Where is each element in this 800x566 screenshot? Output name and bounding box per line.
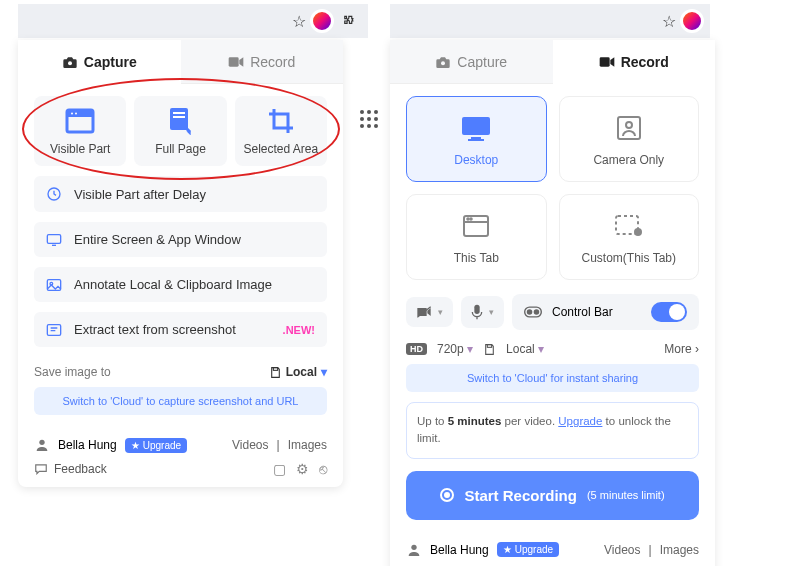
toggle-switch[interactable] [651,302,687,322]
ocr-icon [46,323,64,337]
monitor-icon [46,233,64,247]
tabs-right: Capture Record [390,40,715,84]
clock-icon [46,186,64,202]
row-annotate[interactable]: Annotate Local & Clipboard Image [34,267,327,302]
tab-record[interactable]: Record [181,40,344,84]
row-extract-text[interactable]: Extract text from screenshot .NEW! [34,312,327,347]
card-label: Camera Only [593,153,664,167]
record-popup: Capture Record Desktop Camera Only [390,40,715,566]
svg-point-22 [626,122,632,128]
svg-point-35 [411,544,416,549]
control-bar-label: Control Bar [552,305,613,319]
svg-rect-20 [468,139,484,141]
svg-rect-18 [462,117,490,135]
extension-icon[interactable] [310,9,334,33]
upgrade-badge[interactable]: ★ Upgrade [497,542,559,557]
tab-record[interactable]: Record [553,40,716,84]
row-entire-screen[interactable]: Entire Screen & App Window [34,222,327,257]
crop-icon [241,106,321,136]
svg-point-33 [534,309,540,315]
feedback-link[interactable]: Feedback [54,462,107,476]
mic-toggle[interactable] [461,296,504,328]
link-images[interactable]: Images [660,543,699,557]
start-recording-button[interactable]: Start Recording (5 minutes limit) [406,471,699,520]
tab-capture[interactable]: Capture [18,40,181,84]
svg-rect-11 [47,279,60,290]
user-bar: Bella Hung ★ Upgrade Videos | Images [390,532,715,562]
tab-capture-label: Capture [457,54,507,70]
monitor-icon [415,111,538,145]
svg-point-32 [527,309,533,315]
link-videos[interactable]: Videos [232,438,268,452]
username[interactable]: Bella Hung [58,438,117,452]
puzzle-icon[interactable] [338,9,362,33]
tabs-left: Capture Record [18,40,343,84]
meta-row: HD 720p ▾ Local ▾ More › [406,342,699,356]
save-to-row: Save image to Local ▾ [34,365,327,379]
row-visible-delay[interactable]: Visible Part after Delay [34,176,327,212]
card-selected-area[interactable]: Selected Area [235,96,327,166]
user-bar: Bella Hung ★ Upgrade Videos | Images [18,427,343,457]
storage-selector[interactable]: Local ▾ [506,342,544,356]
cloud-banner[interactable]: Switch to 'Cloud' to capture screenshot … [34,387,327,415]
card-custom-tab[interactable]: Custom(This Tab) [559,194,700,280]
svg-rect-14 [273,367,277,370]
logout-icon[interactable]: ⎋ [319,461,327,477]
card-label: This Tab [454,251,499,265]
card-this-tab[interactable]: This Tab [406,194,547,280]
record-dot-icon [440,488,454,502]
upgrade-badge[interactable]: ★ Upgrade [125,438,187,453]
svg-point-26 [470,218,472,220]
chat-icon [34,463,48,475]
address-bar-left: ☆ [18,4,368,38]
card-label: Selected Area [243,142,318,156]
window-icon [40,106,120,136]
feedback-bar: Feedback ▢ ⚙ ⎋ [18,457,343,487]
svg-rect-10 [47,234,60,243]
more-link[interactable]: More › [664,342,699,356]
start-limit: (5 minutes limit) [587,489,665,501]
svg-point-0 [68,61,72,65]
cloud-banner[interactable]: Switch to 'Cloud' for instant sharing [406,364,699,392]
card-label: Full Page [155,142,206,156]
extension-icon[interactable] [680,9,704,33]
apps-grid-icon[interactable] [360,110,382,132]
custom-selection-icon [568,209,691,243]
svg-point-5 [75,113,77,115]
avatar-icon[interactable] [406,542,422,558]
card-desktop[interactable]: Desktop [406,96,547,182]
card-full-page[interactable]: Full Page [134,96,226,166]
user-square-icon [568,111,691,145]
star-icon[interactable]: ☆ [292,12,306,31]
svg-rect-1 [229,57,239,66]
row-label: Visible Part after Delay [74,187,206,202]
link-videos[interactable]: Videos [604,543,640,557]
tab-capture-label: Capture [84,54,137,70]
svg-rect-19 [471,137,481,139]
avatar-icon[interactable] [34,437,50,453]
card-visible-part[interactable]: Visible Part [34,96,126,166]
svg-rect-17 [599,57,609,66]
address-bar-right: ☆ [390,4,710,38]
row-label: Extract text from screenshot [74,322,236,337]
page-icon [140,106,220,136]
svg-rect-7 [173,112,185,114]
save-to-label: Save image to [34,365,111,379]
username[interactable]: Bella Hung [430,543,489,557]
video-folder-icon[interactable]: ▢ [273,461,286,477]
settings-icon[interactable]: ⚙ [296,461,309,477]
svg-point-16 [441,61,445,65]
image-icon [46,278,64,292]
upgrade-link[interactable]: Upgrade [558,415,602,427]
tab-record-label: Record [621,54,669,70]
control-bar-toggle[interactable]: Control Bar [512,294,699,330]
card-camera-only[interactable]: Camera Only [559,96,700,182]
svg-point-25 [467,218,469,220]
save-to-selector[interactable]: Local ▾ [269,365,327,379]
tab-capture[interactable]: Capture [390,40,553,84]
camera-toggle[interactable] [406,297,453,327]
quality-selector[interactable]: 720p ▾ [437,342,473,356]
star-icon[interactable]: ☆ [662,12,676,31]
tab-record-label: Record [250,54,295,70]
link-images[interactable]: Images [288,438,327,452]
